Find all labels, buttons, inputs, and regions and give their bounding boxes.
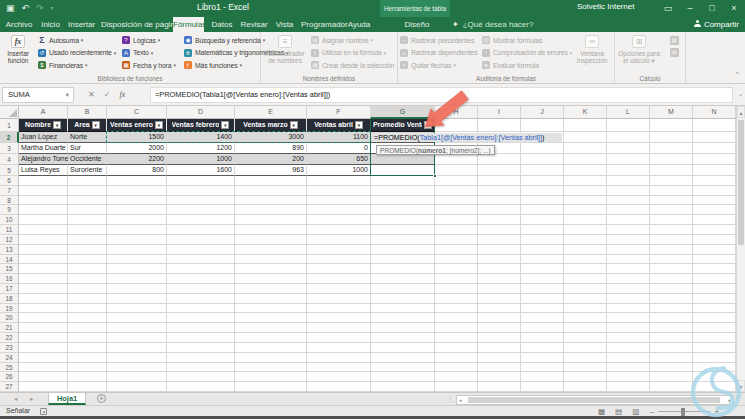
cell-m26[interactable] [650, 372, 693, 382]
cell-e25[interactable] [235, 363, 307, 373]
maximize-button[interactable]: □ [701, 0, 723, 17]
cell-e27[interactable] [235, 382, 307, 392]
cell-b2[interactable]: Norte [68, 132, 107, 143]
cell-k21[interactable] [564, 323, 607, 333]
row-header-10[interactable]: 10 [0, 215, 19, 225]
cell-c18[interactable] [107, 294, 167, 304]
cell-l27[interactable] [607, 382, 650, 392]
cell-a15[interactable] [19, 264, 68, 274]
cell-m19[interactable] [650, 304, 693, 314]
cell-e11[interactable] [235, 225, 307, 235]
account-name[interactable]: Solvetic Internet [577, 2, 634, 11]
cell-m8[interactable] [650, 196, 693, 206]
cell-h12[interactable] [435, 235, 478, 245]
cell-n20[interactable] [693, 313, 736, 323]
cell-f13[interactable] [307, 245, 371, 255]
cell-n14[interactable] [693, 255, 736, 265]
column-header-f[interactable]: F [307, 106, 371, 119]
cell-c17[interactable] [107, 284, 167, 294]
cell-i13[interactable] [478, 245, 521, 255]
cell-c25[interactable] [107, 363, 167, 373]
scroll-right-icon[interactable]: ▸ [728, 396, 731, 405]
tab-disposicion-de-pagina[interactable]: Disposición de página [101, 17, 168, 32]
cell-k19[interactable] [564, 304, 607, 314]
cell-i21[interactable] [478, 323, 521, 333]
cell-k27[interactable] [564, 382, 607, 392]
cell-k14[interactable] [564, 255, 607, 265]
cell-i9[interactable] [478, 205, 521, 215]
enter-icon[interactable]: ✓ [104, 87, 111, 103]
scroll-left-icon[interactable]: ◂ [459, 396, 462, 405]
cell-c23[interactable] [107, 343, 167, 353]
cell-j24[interactable] [521, 353, 564, 363]
cell-k2[interactable] [564, 132, 607, 143]
cell-n24[interactable] [693, 353, 736, 363]
cell-l23[interactable] [607, 343, 650, 353]
select-all-corner[interactable] [0, 106, 19, 119]
cell-c10[interactable] [107, 215, 167, 225]
cell-n3[interactable] [693, 143, 736, 154]
collapse-ribbon-icon[interactable]: ⌃ [734, 71, 740, 79]
cell-m25[interactable] [650, 363, 693, 373]
cell-f14[interactable] [307, 255, 371, 265]
cell-k22[interactable] [564, 333, 607, 343]
cell-d11[interactable] [167, 225, 235, 235]
insert-function-icon[interactable]: fx [119, 87, 125, 103]
cell-m15[interactable] [650, 264, 693, 274]
cell-g17[interactable] [371, 284, 435, 294]
fecha-y-hora-button[interactable]: ▦Fecha y hora▾ [120, 59, 182, 72]
cell-m22[interactable] [650, 333, 693, 343]
formula-input[interactable]: =PROMEDIO(Tabla1[@[Ventas enero]:[Ventas… [150, 87, 733, 103]
cell-b15[interactable] [68, 264, 107, 274]
cell-n6[interactable] [693, 176, 736, 186]
cell-l16[interactable] [607, 274, 650, 284]
cell-e22[interactable] [235, 333, 307, 343]
cell-i10[interactable] [478, 215, 521, 225]
cell-d10[interactable] [167, 215, 235, 225]
row-header-2[interactable]: 2 [0, 132, 19, 143]
cell-g21[interactable] [371, 323, 435, 333]
vertical-scroll-thumb[interactable] [738, 120, 744, 245]
cell-b6[interactable] [68, 176, 107, 186]
undo-icon[interactable]: ↶ [22, 1, 30, 16]
cell-d15[interactable] [167, 264, 235, 274]
cell-m14[interactable] [650, 255, 693, 265]
cell-i24[interactable] [478, 353, 521, 363]
cell-a13[interactable] [19, 245, 68, 255]
cell-h20[interactable] [435, 313, 478, 323]
cell-l14[interactable] [607, 255, 650, 265]
cell-e17[interactable] [235, 284, 307, 294]
cell-l25[interactable] [607, 363, 650, 373]
scroll-up-icon[interactable]: ▲ [737, 106, 745, 118]
cell-j18[interactable] [521, 294, 564, 304]
cell-a10[interactable] [19, 215, 68, 225]
cell-j5[interactable] [521, 165, 564, 176]
matematicas-y-trigonometricas-button[interactable]: θMatemáticas y trigonométricas▾ [182, 47, 260, 60]
cell-j4[interactable] [521, 154, 564, 165]
cell-c12[interactable] [107, 235, 167, 245]
cell-g11[interactable] [371, 225, 435, 235]
cell-k12[interactable] [564, 235, 607, 245]
cell-g12[interactable] [371, 235, 435, 245]
cell-j22[interactable] [521, 333, 564, 343]
cell-k9[interactable] [564, 205, 607, 215]
cell-d22[interactable] [167, 333, 235, 343]
cell-a23[interactable] [19, 343, 68, 353]
cell-i4[interactable] [478, 154, 521, 165]
cell-c7[interactable] [107, 186, 167, 196]
zoom-in-icon[interactable]: + [714, 407, 719, 416]
cell-j12[interactable] [521, 235, 564, 245]
cell-g14[interactable] [371, 255, 435, 265]
cell-a2[interactable]: Juan Lopez [19, 132, 68, 143]
cell-l13[interactable] [607, 245, 650, 255]
cell-c20[interactable] [107, 313, 167, 323]
cell-n15[interactable] [693, 264, 736, 274]
cell-d8[interactable] [167, 196, 235, 206]
cell-l17[interactable] [607, 284, 650, 294]
cell-i12[interactable] [478, 235, 521, 245]
cell-j10[interactable] [521, 215, 564, 225]
cell-l9[interactable] [607, 205, 650, 215]
cell-f26[interactable] [307, 372, 371, 382]
cell-h10[interactable] [435, 215, 478, 225]
column-header-m[interactable]: M [650, 106, 693, 119]
